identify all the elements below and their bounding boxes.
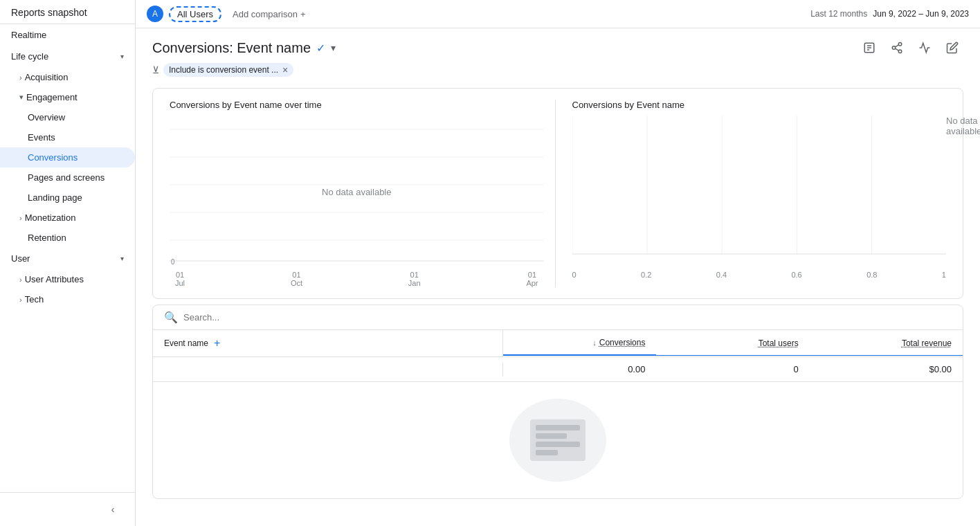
search-icon: 🔍 — [164, 311, 178, 324]
col-conversions-label: Conversions — [599, 338, 646, 347]
sidebar-item-tech[interactable]: › Tech — [0, 289, 135, 309]
bar-axis-0: 0 — [572, 271, 577, 279]
sidebar-footer: ‹ — [0, 492, 135, 526]
svg-point-6 — [898, 50, 902, 53]
report-title-chevron-icon[interactable]: ▾ — [331, 42, 336, 53]
sidebar-section-user-header[interactable]: User ▾ — [0, 248, 135, 269]
report-title: Conversions: Event name ✓ ▾ — [152, 40, 336, 56]
topbar-right: Last 12 months Jun 9, 2022 – Jun 9, 2023 — [810, 9, 969, 19]
sidebar-section-user: User ▾ › User Attributes › Tech — [0, 248, 135, 309]
conversions-label: Conversions — [28, 152, 78, 163]
bar-chart-area: No data available — [572, 116, 947, 268]
sidebar-item-engagement[interactable]: ▾ Engagement — [0, 87, 135, 107]
sidebar-item-landing[interactable]: Landing page — [0, 188, 135, 208]
edit-report-button[interactable] — [858, 37, 880, 59]
overview-label: Overview — [28, 112, 65, 123]
sidebar-item-retention[interactable]: Retention — [0, 228, 135, 248]
filter-chip[interactable]: Include is conversion event ... × — [163, 63, 293, 77]
segment-chip[interactable]: All Users — [169, 6, 221, 22]
empty-illustration — [509, 399, 606, 482]
date-range-prefix: Last 12 months — [810, 9, 867, 19]
user-section-label: User — [11, 253, 30, 264]
svg-line-8 — [895, 45, 898, 47]
tech-label: Tech — [25, 294, 44, 305]
chart-right: Conversions by Event name No data availa… — [556, 100, 947, 287]
cell-total-revenue-value: $0.00 — [929, 364, 952, 374]
col-total-revenue[interactable]: Total revenue — [810, 332, 963, 356]
insights-button[interactable] — [914, 37, 936, 59]
sidebar-item-conversions[interactable]: Conversions — [0, 147, 135, 167]
filter-chip-text: Include is conversion event ... — [169, 65, 278, 75]
lifecycle-label: Life cycle — [11, 51, 48, 62]
sidebar-item-monetization[interactable]: › Monetization — [0, 208, 135, 228]
col-conversions[interactable]: ↓ Conversions — [503, 331, 656, 356]
chart-left: Conversions by Event name over time 0 No… — [170, 100, 556, 287]
sidebar-item-realtime[interactable]: Realtime — [0, 24, 135, 46]
main-content: A All Users Add comparison + Last 12 mon… — [136, 0, 980, 526]
tech-chevron-icon: › — [19, 296, 22, 304]
filter-icon: ⊻ — [152, 64, 159, 75]
chart-right-title: Conversions by Event name — [572, 100, 947, 110]
col-event-label: Event name — [164, 338, 208, 348]
empty-bar-3 — [536, 442, 580, 447]
sidebar-logo-area: Reports snapshot — [0, 0, 135, 24]
sidebar-section-lifecycle-header[interactable]: Life cycle ▾ — [0, 46, 135, 67]
bar-axis-06: 0.6 — [791, 271, 801, 279]
bar-axis-02: 0.2 — [641, 271, 651, 279]
empty-state — [153, 382, 963, 498]
empty-inner-graphic — [530, 419, 586, 461]
search-row: 🔍 — [153, 305, 963, 330]
lifecycle-chevron: ▾ — [120, 53, 124, 60]
share-button[interactable] — [886, 37, 908, 59]
sort-down-icon: ↓ — [592, 338, 597, 347]
user-attr-chevron-icon: › — [19, 275, 22, 284]
empty-bar-4 — [536, 450, 558, 455]
sidebar-item-overview[interactable]: Overview — [0, 107, 135, 127]
svg-point-4 — [898, 43, 902, 46]
add-comparison-plus-icon: + — [300, 9, 306, 19]
sidebar-item-pages[interactable]: Pages and screens — [0, 167, 135, 188]
cell-event-name — [153, 363, 503, 377]
add-comparison-button[interactable]: Add comparison + — [227, 8, 311, 21]
customize-button[interactable] — [941, 37, 963, 59]
sidebar-item-events[interactable]: Events — [0, 127, 135, 147]
bar-axis-08: 0.8 — [866, 271, 877, 279]
add-dimension-button[interactable]: + — [214, 337, 220, 350]
filter-row: ⊻ Include is conversion event ... × — [152, 63, 963, 77]
report-title-row: Conversions: Event name ✓ ▾ — [152, 37, 963, 59]
search-input[interactable] — [183, 312, 322, 323]
events-label: Events — [28, 132, 55, 143]
user-attributes-label: User Attributes — [25, 274, 84, 284]
col-event-name: Event name + — [153, 330, 503, 356]
filter-chip-close-icon[interactable]: × — [282, 64, 288, 75]
svg-point-5 — [892, 46, 896, 50]
pages-label: Pages and screens — [28, 172, 105, 183]
empty-bar-1 — [536, 425, 580, 430]
sidebar-item-acquisition[interactable]: › Acquisition — [0, 67, 135, 87]
x-label-jul: 01Jul — [175, 271, 185, 287]
table-area: 🔍 Event name + ↓ Conversions Total users… — [152, 305, 963, 499]
retention-label: Retention — [28, 233, 66, 243]
segment-label: All Users — [177, 9, 213, 19]
cell-total-users-value: 0 — [793, 364, 798, 374]
cell-conversions-value: 0.00 — [628, 364, 645, 374]
cell-total-revenue: $0.00 — [810, 357, 963, 381]
landing-label: Landing page — [28, 192, 82, 203]
x-label-jan: 01Jan — [408, 271, 421, 287]
monetization-chevron-icon: › — [19, 214, 22, 222]
sidebar-item-user-attributes[interactable]: › User Attributes — [0, 269, 135, 289]
sidebar-collapse-button[interactable]: ‹ — [102, 498, 124, 520]
report-header: Conversions: Event name ✓ ▾ — [136, 28, 980, 82]
sidebar-section-lifecycle: Life cycle ▾ › Acquisition ▾ Engagement … — [0, 46, 135, 248]
bar-chart-svg — [572, 116, 947, 268]
cell-total-users: 0 — [656, 357, 809, 381]
col-total-users[interactable]: Total users — [656, 332, 809, 356]
acquisition-label: Acquisition — [25, 72, 69, 82]
svg-line-7 — [895, 48, 898, 51]
engagement-chevron-icon: ▾ — [19, 93, 24, 102]
sidebar-logo: Reports snapshot — [11, 7, 124, 18]
cell-conversions: 0.00 — [503, 357, 656, 381]
bar-axis-1: 1 — [942, 271, 946, 279]
col-total-users-label: Total users — [759, 338, 799, 348]
col-total-revenue-label: Total revenue — [902, 338, 952, 348]
